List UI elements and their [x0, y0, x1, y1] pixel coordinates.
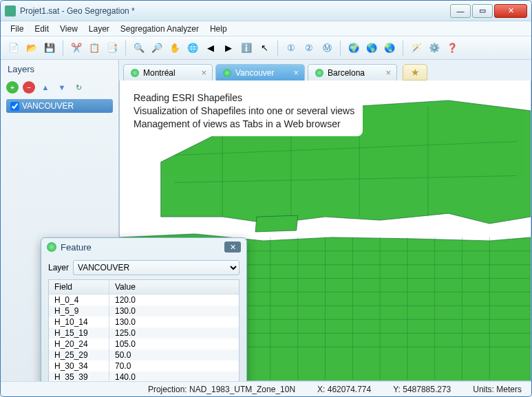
tab-label: Vancouver [235, 68, 274, 78]
pan-icon[interactable]: ✋ [167, 41, 182, 56]
pointer-icon[interactable]: ↖ [257, 41, 272, 56]
menu-edit[interactable]: Edit [30, 23, 53, 35]
refresh-layer-icon[interactable]: ↻ [72, 81, 85, 94]
tab-label: Montréal [143, 68, 175, 78]
copy-icon[interactable]: 📋 [87, 41, 102, 56]
app-window: Projet1.sat - Geo Segregation * — ▭ ✕ Fi… [0, 0, 532, 397]
grid-body[interactable]: H_0_4120.0 H_5_9130.0 H_10_14130.0 H_15_… [49, 294, 239, 381]
new-tab-button[interactable]: ★ [403, 64, 427, 81]
col-field-header[interactable]: Field [49, 280, 109, 294]
table-row: H_20_24105.0 [49, 339, 239, 350]
prev-extent-icon[interactable]: ◀ [203, 41, 218, 56]
tool-1-icon[interactable]: ① [284, 41, 299, 56]
status-projection: Projection: NAD_1983_UTM_Zone_10N [148, 385, 295, 394]
feature-dialog[interactable]: Feature ✕ Layer VANCOUVER Field Value [41, 237, 247, 381]
layer-list: VANCOUVER [6, 99, 113, 113]
menu-layer[interactable]: Layer [85, 23, 114, 35]
menu-help[interactable]: Help [206, 23, 231, 35]
globe-b-icon[interactable]: 🌎 [364, 41, 379, 56]
tab-close-icon[interactable]: × [201, 67, 206, 78]
open-icon[interactable]: 📂 [24, 41, 39, 56]
globe-icon [131, 69, 139, 77]
tab-vancouver[interactable]: Vancouver × [215, 64, 305, 81]
layer-select-label: Layer [48, 263, 69, 272]
menu-file[interactable]: File [6, 23, 28, 35]
layer-toolbar: + − ▲ ▼ ↻ [1, 78, 118, 96]
paste-icon[interactable]: 📑 [105, 41, 120, 56]
save-icon[interactable]: 💾 [42, 41, 57, 56]
menu-view[interactable]: View [56, 23, 82, 35]
wand-icon[interactable]: 🪄 [409, 41, 424, 56]
menubar: File Edit View Layer Segregation Analyze… [1, 21, 531, 36]
table-row: H_25_2950.0 [49, 350, 239, 361]
info-line: Management of views as Tabs in a Web bro… [134, 118, 354, 131]
dialog-icon [47, 242, 56, 252]
maximize-button[interactable]: ▭ [472, 4, 493, 18]
dialog-title: Feature [61, 242, 92, 253]
add-layer-icon[interactable]: + [6, 81, 19, 94]
window-title: Projet1.sat - Geo Segregation * [20, 6, 450, 16]
app-icon [5, 6, 16, 17]
identify-icon[interactable]: ℹ️ [239, 41, 254, 56]
statusbar: Projection: NAD_1983_UTM_Zone_10N X: 462… [1, 381, 531, 396]
dialog-body: Layer VANCOUVER Field Value H_0_4120.0 H… [41, 256, 246, 381]
dialog-titlebar[interactable]: Feature ✕ [41, 238, 246, 256]
close-button[interactable]: ✕ [494, 4, 527, 18]
table-row: H_15_19125.0 [49, 328, 239, 339]
menu-segregation[interactable]: Segregation Analyzer [116, 23, 203, 35]
zoom-out-icon[interactable]: 🔎 [149, 41, 164, 56]
minimize-button[interactable]: — [450, 4, 471, 18]
globe-icon [223, 69, 231, 77]
layer-item-vancouver[interactable]: VANCOUVER [6, 99, 113, 113]
tab-label: Barcelona [328, 68, 365, 78]
sidebar-title: Layers [1, 60, 118, 78]
help-icon[interactable]: ❓ [445, 41, 460, 56]
table-row: H_35_39140.0 [49, 372, 239, 381]
table-row: H_5_9130.0 [49, 305, 239, 316]
new-doc-icon[interactable]: 📄 [6, 41, 21, 56]
tab-close-icon[interactable]: × [293, 67, 299, 78]
dialog-close-button[interactable]: ✕ [224, 242, 241, 253]
globe-c-icon[interactable]: 🌏 [382, 41, 397, 56]
next-extent-icon[interactable]: ▶ [221, 41, 236, 56]
layer-select[interactable]: VANCOUVER [73, 260, 240, 275]
full-extent-icon[interactable]: 🌐 [185, 41, 200, 56]
layer-item-label: VANCOUVER [22, 101, 74, 111]
status-x: X: 462074.774 [317, 385, 371, 394]
status-units: Units: Meters [473, 385, 522, 394]
table-row: H_0_4120.0 [49, 294, 239, 305]
tab-montreal[interactable]: Montréal × [123, 64, 213, 81]
remove-layer-icon[interactable]: − [23, 81, 35, 94]
titlebar[interactable]: Projet1.sat - Geo Segregation * — ▭ ✕ [1, 1, 531, 21]
tool-2-icon[interactable]: ② [301, 41, 317, 56]
tool-m-icon[interactable]: Ⓜ [319, 41, 334, 56]
info-line: Visualization of Shapefiles into one or … [134, 105, 354, 118]
info-line: Reading ESRI Shapefiles [134, 92, 354, 105]
settings-icon[interactable]: ⚙️ [427, 41, 442, 56]
info-overlay: Reading ESRI Shapefiles Visualization of… [125, 87, 363, 136]
status-y: Y: 5487885.273 [393, 385, 451, 394]
move-up-icon[interactable]: ▲ [39, 81, 52, 94]
content-area: Layers + − ▲ ▼ ↻ VANCOUVER Montréal [1, 60, 531, 381]
zoom-in-icon[interactable]: 🔍 [131, 41, 147, 56]
layer-visibility-checkbox[interactable] [10, 102, 19, 111]
globe-icon [315, 69, 323, 77]
col-value-header[interactable]: Value [109, 280, 239, 294]
toolbar: 📄 📂 💾 ✂️ 📋 📑 🔍 🔎 ✋ 🌐 ◀ ▶ ℹ️ ↖ ① ② Ⓜ 🌍 🌎 … [1, 36, 531, 60]
table-row: H_30_3470.0 [49, 361, 239, 372]
table-row: H_10_14130.0 [49, 316, 239, 328]
feature-grid: Field Value H_0_4120.0 H_5_9130.0 H_10_1… [48, 279, 240, 381]
cut-icon[interactable]: ✂️ [69, 41, 84, 56]
move-down-icon[interactable]: ▼ [56, 81, 68, 94]
tabbar: Montréal × Vancouver × Barcelona × ★ [119, 60, 531, 81]
tab-barcelona[interactable]: Barcelona × [308, 64, 397, 81]
tab-close-icon[interactable]: × [385, 67, 391, 78]
globe-a-icon[interactable]: 🌍 [346, 41, 361, 56]
